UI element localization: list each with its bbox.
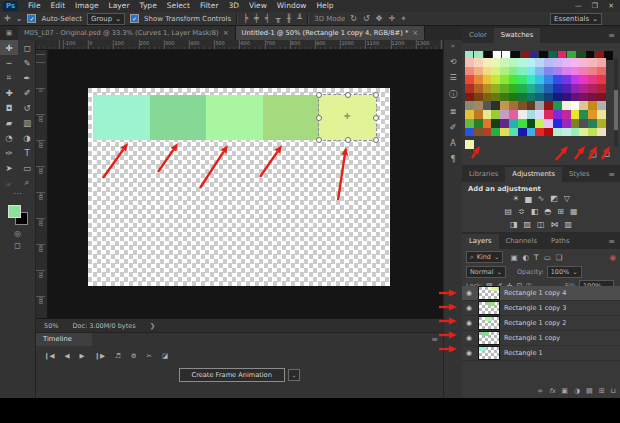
color-swatch[interactable] [553,58,562,67]
color-swatch[interactable] [535,67,544,76]
layer-name[interactable]: Rectangle 1 copy [504,334,560,342]
collapse-panels-icon[interactable]: » [451,42,455,50]
color-swatch[interactable] [474,128,483,137]
color-swatch[interactable] [518,67,527,76]
close-button[interactable]: ✕ [608,2,614,10]
color-swatch[interactable] [553,93,562,102]
panel-menu-icon[interactable]: ≡ [608,28,620,43]
color-swatch[interactable] [509,110,518,119]
color-swatch[interactable] [518,128,527,137]
transform-handle[interactable] [373,137,379,143]
menu-image[interactable]: Image [70,0,104,12]
color-swatch[interactable] [597,75,606,84]
transition-icon[interactable]: ◪ [162,352,168,360]
color-swatch[interactable] [518,119,527,128]
color-swatch[interactable] [562,67,571,76]
info-panel-icon[interactable]: ⓘ [449,89,457,100]
audio-icon[interactable]: ♬ [115,352,121,360]
layer-visibility-eye-icon[interactable]: ◉ [466,334,474,342]
align-left-icon[interactable]: ╞ [243,14,248,23]
layer-row[interactable]: ◉Rectangle 1 copy 4 [462,286,620,301]
color-swatch[interactable] [509,119,518,128]
layer-name[interactable]: Rectangle 1 [504,349,543,357]
color-swatch[interactable] [553,110,562,119]
settings-icon[interactable]: ⚙ [131,352,137,360]
color-swatch[interactable] [483,75,492,84]
pen-tool[interactable]: ✑ [0,145,18,160]
color-swatch[interactable] [465,93,474,102]
color-swatch[interactable] [509,101,518,110]
animation-type-dropdown[interactable]: ⌄ [288,369,301,381]
zoom-tool[interactable]: ⌕ [18,175,36,190]
layer-visibility-eye-icon[interactable]: ◉ [466,289,474,297]
color-swatch[interactable] [527,128,536,137]
channel-mixer-icon[interactable]: ⊞ [557,207,564,216]
green-swatch-rect-5[interactable]: ✛ [319,95,376,140]
screen-mode-icon[interactable]: ◻ [0,240,35,252]
properties-panel-icon[interactable]: ☰ [449,73,456,82]
doc-tab-1[interactable]: M05_L07 - Original.psd @ 33.3% (Curves 1… [18,26,236,40]
lasso-tool[interactable]: ∽ [0,55,18,70]
color-swatch[interactable] [535,93,544,102]
type-tool[interactable]: T [18,145,36,160]
color-swatch[interactable] [465,101,474,110]
color-swatch[interactable] [483,101,492,110]
filter-shape-icon[interactable]: ▭ [544,253,551,262]
color-swatch[interactable] [571,128,580,137]
color-swatch[interactable] [491,67,500,76]
filter-smart-icon[interactable]: ❏ [556,253,563,262]
color-swatch[interactable] [500,84,509,93]
transform-handle[interactable] [373,92,379,98]
layer-row[interactable]: ◉Rectangle 1 copy [462,331,620,346]
timeline-menu-icon[interactable]: ≡ [431,335,438,344]
threshold-icon[interactable]: ◫ [537,220,545,229]
color-lookup-icon[interactable]: ▦ [570,207,578,216]
3d-drag-icon[interactable]: ✥ [376,14,383,24]
color-swatch[interactable] [483,93,492,102]
exposure-icon[interactable]: ◩ [550,194,558,203]
color-swatch[interactable] [588,58,597,67]
color-swatch[interactable] [465,67,474,76]
color-swatch[interactable] [509,75,518,84]
color-swatch[interactable] [579,119,588,128]
color-swatch[interactable] [562,75,571,84]
color-swatch[interactable] [535,110,544,119]
transform-handle[interactable] [316,115,322,121]
color-swatch[interactable] [571,119,580,128]
filter-type-icon[interactable]: T [534,253,539,262]
color-swatch[interactable] [483,110,492,119]
create-frame-animation-button[interactable]: Create Frame Animation [179,368,285,382]
photo-filter-icon[interactable]: ◓ [544,207,551,216]
color-swatch[interactable] [571,110,580,119]
history-brush-tool[interactable]: ↺ [18,100,36,115]
menu-help[interactable]: Help [311,0,338,12]
3d-roll-icon[interactable]: ↺ [363,14,370,24]
color-swatch[interactable] [562,101,571,110]
color-swatch[interactable] [491,93,500,102]
color-swatch[interactable] [597,93,606,102]
transform-handle[interactable] [316,92,322,98]
color-swatch[interactable] [500,67,509,76]
color-swatch[interactable] [571,84,580,93]
color-swatch[interactable] [474,84,483,93]
canvas-area[interactable]: ✛ [48,50,443,318]
menu-type[interactable]: Type [135,0,162,12]
color-swatch[interactable] [483,67,492,76]
layer-name[interactable]: Rectangle 1 copy 4 [504,289,566,297]
color-swatch[interactable] [465,128,474,137]
color-swatch[interactable] [465,110,474,119]
document-canvas[interactable]: ✛ [88,88,390,286]
color-swatch[interactable] [571,67,580,76]
menu-layer[interactable]: Layer [104,0,135,12]
link-layers-icon[interactable]: ∞ [537,387,543,395]
clone-stamp-tool[interactable]: ◘ [0,100,18,115]
color-swatch[interactable] [571,93,580,102]
color-swatch[interactable] [491,110,500,119]
menu-select[interactable]: Select [162,0,195,12]
color-swatch[interactable] [527,119,536,128]
quick-mask-icon[interactable]: ◎ [0,228,35,240]
layer-thumbnail[interactable] [478,316,500,330]
color-swatch[interactable] [562,93,571,102]
panel-menu-icon[interactable]: ≡ [608,167,620,182]
dodge-tool[interactable]: ◑ [18,130,36,145]
